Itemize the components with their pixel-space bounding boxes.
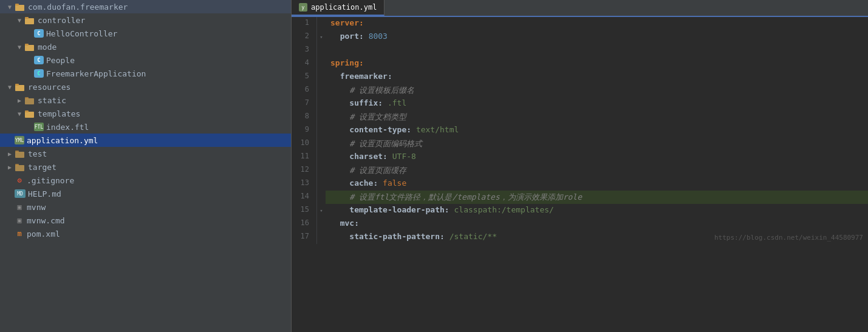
tab-application-yml[interactable]: y application.yml — [292, 0, 384, 16]
tab-bar: y application.yml — [292, 0, 868, 17]
tree-item-templates[interactable]: ▼templates — [0, 107, 291, 120]
code-content: # 设置页面编码格式 — [326, 137, 868, 151]
tree-icon-folder-closed — [24, 95, 35, 105]
code-content: # 设置模板后缀名 — [326, 84, 868, 97]
line-number: 10 — [292, 137, 317, 151]
code-line-7: 7 suffix: .ftl — [292, 97, 868, 110]
code-line-10: 10 # 设置页面编码格式 — [292, 137, 868, 151]
gutter — [317, 44, 326, 57]
tree-label: HelloController — [46, 29, 117, 38]
tree-label: static — [38, 96, 66, 105]
line-number: 4 — [292, 57, 317, 70]
svg-rect-0 — [15, 5, 24, 11]
tree-label: mvnw.cmd — [27, 216, 65, 225]
tree-icon-git: ⚙ — [15, 175, 24, 185]
tree-item-HELP.md[interactable]: MDHELP.md — [0, 187, 291, 200]
tree-arrow[interactable]: ▶ — [15, 97, 24, 104]
tree-arrow[interactable]: ▼ — [5, 84, 15, 90]
gutter — [317, 151, 326, 164]
tree-label: mode — [38, 42, 56, 52]
fold-icon[interactable]: ▾ — [320, 208, 323, 214]
tree-item-FreemarkerApplication[interactable]: CFreemarkerApplication — [0, 67, 291, 80]
tree-item-controller[interactable]: ▼controller — [0, 13, 291, 27]
tree-arrow[interactable]: ▶ — [5, 151, 15, 157]
gutter: ▾ — [317, 30, 326, 44]
gutter — [317, 97, 326, 110]
tree-label: application.yml — [27, 136, 98, 145]
code-content: spring: — [326, 57, 868, 70]
svg-rect-14 — [15, 165, 24, 171]
line-number: 11 — [292, 151, 317, 164]
svg-rect-15 — [15, 164, 19, 166]
code-line-5: 5 freemarker: — [292, 70, 868, 84]
tree-item-duofan[interactable]: ▼com.duofan.freemarker — [0, 0, 291, 13]
svg-rect-2 — [25, 18, 34, 24]
tree-label: com.duofan.freemarker — [28, 2, 128, 12]
tree-icon-java-c: C — [34, 56, 44, 64]
tree-icon-folder — [15, 82, 26, 92]
tree-arrow[interactable]: ▼ — [15, 17, 24, 24]
svg-rect-4 — [25, 45, 34, 51]
svg-rect-5 — [25, 44, 29, 46]
tree-item-People[interactable]: CPeople — [0, 53, 291, 67]
watermark: https://blog.csdn.net/weixin_44580977 — [714, 234, 863, 242]
tree-item-static[interactable]: ▶static — [0, 93, 291, 107]
tree-icon-folder — [24, 42, 35, 52]
gutter — [317, 191, 326, 204]
tree-item-pom.xml[interactable]: mpom.xml — [0, 227, 291, 240]
code-content: charset: UTF-8 — [326, 151, 868, 164]
tree-label: resources — [28, 83, 70, 92]
tree-item-HelloController[interactable]: CHelloController — [0, 27, 291, 40]
svg-rect-8 — [25, 98, 34, 104]
gutter — [317, 137, 326, 151]
tree-arrow[interactable]: ▼ — [15, 110, 24, 117]
code-content: cache: false — [326, 177, 868, 191]
tree-item-mvnw[interactable]: ▣mvnw — [0, 200, 291, 214]
fold-icon[interactable]: ▾ — [320, 34, 323, 40]
line-number: 9 — [292, 124, 317, 137]
editor-content[interactable]: 1server:2▾ port: 800334spring:5 freemark… — [292, 17, 868, 332]
tree-icon-md: MD — [15, 189, 26, 198]
tree-label: People — [46, 56, 75, 65]
code-line-4: 4spring: — [292, 57, 868, 70]
code-line-2: 2▾ port: 8003 — [292, 30, 868, 44]
tree-item-test[interactable]: ▶test — [0, 147, 291, 160]
code-content — [326, 44, 868, 57]
tree-item-.gitignore[interactable]: ⚙.gitignore — [0, 174, 291, 187]
code-line-8: 8 # 设置文档类型 — [292, 110, 868, 124]
gutter — [317, 17, 326, 30]
tree-label: target — [28, 163, 56, 172]
tree-arrow[interactable]: ▼ — [15, 44, 24, 50]
tree-arrow[interactable]: ▼ — [5, 4, 15, 10]
gutter — [317, 124, 326, 137]
svg-rect-7 — [15, 84, 19, 86]
code-lines: 1server:2▾ port: 800334spring:5 freemark… — [292, 17, 868, 244]
code-line-3: 3 — [292, 44, 868, 57]
line-number: 14 — [292, 191, 317, 204]
svg-rect-1 — [15, 4, 19, 5]
code-content: mvc: — [326, 217, 868, 231]
tree-icon-folder-closed — [15, 149, 26, 158]
code-line-12: 12 # 设置页面缓存 — [292, 164, 868, 177]
tree-item-mvnw.cmd[interactable]: ▣mvnw.cmd — [0, 214, 291, 227]
code-content: template-loader-path: classpath:/templat… — [326, 204, 868, 217]
tree-label: controller — [38, 16, 85, 25]
gutter — [317, 177, 326, 191]
svg-rect-10 — [25, 112, 34, 118]
tree-icon-pom: m — [15, 229, 24, 239]
code-content: port: 8003 — [326, 30, 868, 44]
line-number: 3 — [292, 44, 317, 57]
line-number: 1 — [292, 17, 317, 30]
tree-item-application.yml[interactable]: YMLapplication.yml — [0, 134, 291, 147]
tree-icon-ftl: FTL — [34, 123, 44, 131]
tree-item-target[interactable]: ▶target — [0, 160, 291, 174]
tree-item-mode[interactable]: ▼mode — [0, 40, 291, 53]
tree-item-index.ftl[interactable]: FTLindex.ftl — [0, 120, 291, 134]
svg-rect-11 — [25, 110, 29, 112]
code-line-6: 6 # 设置模板后缀名 — [292, 84, 868, 97]
line-number: 12 — [292, 164, 317, 177]
tree-item-resources[interactable]: ▼resources — [0, 80, 291, 93]
line-number: 17 — [292, 231, 317, 244]
code-line-14: 14 # 设置ftl文件路径，默认是/templates，为演示效果添加role — [292, 191, 868, 204]
tree-arrow[interactable]: ▶ — [5, 164, 15, 171]
